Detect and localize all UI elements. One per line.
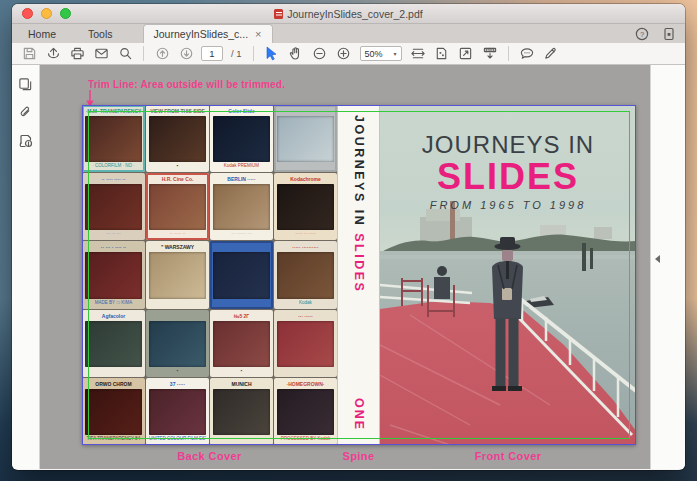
tab-bar: Home Tools JourneyInSlides_c... × ? — [12, 24, 685, 43]
mobile-device-icon[interactable] — [663, 27, 675, 41]
zoom-in-button[interactable] — [333, 45, 355, 63]
zoom-level-select[interactable]: 50% ▾ — [360, 46, 402, 61]
actual-size-button[interactable] — [455, 45, 477, 63]
slide-top-label: ORWO CHROM — [85, 380, 142, 389]
slide-top-label: VIEW FROM THIS SIDE — [149, 107, 206, 116]
fit-width-button[interactable] — [407, 45, 429, 63]
slide-bottom-label — [149, 299, 206, 307]
right-panel-collapsed[interactable] — [650, 65, 685, 469]
slide-bottom-label — [277, 367, 334, 375]
slide-photo — [213, 389, 270, 435]
slide-top-label: " WARSZAWY — [149, 243, 206, 252]
tab-document-label: JourneyInSlides_c... — [154, 28, 249, 40]
zoom-out-button[interactable] — [309, 45, 331, 63]
slide-photo — [85, 184, 142, 230]
spine-volume: ONE — [352, 398, 366, 431]
spine: JOURNEYS IN SLIDES ONE — [337, 105, 380, 445]
photo-slide-7: BERLIN ········ ······ ··· — [210, 173, 273, 240]
slide-bottom-label: ··· ······ ··· — [213, 230, 270, 238]
close-window-button[interactable] — [22, 8, 33, 19]
window-title-text: JourneyInSlides_cover_2.pdf — [287, 8, 422, 20]
comment-button[interactable] — [516, 45, 538, 63]
save-button[interactable] — [18, 45, 40, 63]
slide-photo — [277, 184, 334, 230]
slide-top-label: ·· ···· ···· ·· — [85, 175, 142, 184]
slide-bottom-label: UNITED COLOUR FILM EST. — [149, 435, 206, 443]
photo-slide-10: " WARSZAWY — [146, 241, 209, 308]
slide-top-label: ·· ··· · ···· ·· — [85, 243, 142, 252]
spine-title: JOURNEYS IN SLIDES — [352, 115, 366, 293]
document-canvas[interactable]: Trim Line: Area outside will be trimmed.… — [40, 65, 650, 469]
svg-text:?: ? — [640, 29, 644, 38]
photo-slide-8: Kodachrome····· ·· ····· — [274, 173, 337, 240]
slide-photo — [213, 252, 270, 298]
photo-slide-16: ··· ····· — [274, 310, 337, 377]
scrolling-mode-button[interactable] — [479, 45, 501, 63]
panel-toggle-icon[interactable] — [655, 255, 660, 263]
zoom-level-value: 50% — [365, 49, 383, 59]
desktop-wallpaper: JourneyInSlides_cover_2.pdf Home Tools J… — [0, 0, 697, 481]
slide-top-label: H.R. Cine Co. — [149, 175, 206, 184]
slide-bottom-label: Kodak — [277, 299, 334, 307]
tab-tools[interactable]: Tools — [72, 24, 129, 43]
photo-slide-4 — [274, 105, 337, 172]
slide-top-label: BERLIN ····· — [213, 175, 270, 184]
acrobat-window: JourneyInSlides_cover_2.pdf Home Tools J… — [12, 4, 685, 470]
select-tool-button[interactable] — [261, 45, 283, 63]
print-button[interactable] — [66, 45, 88, 63]
slide-bottom-label — [213, 299, 270, 307]
slide-bottom-label: ··· ·· ··· — [85, 230, 142, 238]
slide-top-label: Kodachrome — [277, 175, 334, 184]
label-front-cover: Front Cover — [380, 450, 636, 462]
photo-slide-12: ····· ··········Kodak — [274, 241, 337, 308]
share-button[interactable] — [42, 45, 64, 63]
label-spine: Spine — [337, 450, 380, 462]
photo-slide-18: 37 ·····UNITED COLOUR FILM EST. — [146, 378, 209, 445]
slide-bottom-label — [85, 367, 142, 375]
label-back-cover: Back Cover — [82, 450, 337, 462]
photo-slide-14: ▪ — [146, 310, 209, 377]
fit-page-button[interactable] — [431, 45, 453, 63]
previous-page-button[interactable] — [151, 45, 173, 63]
search-icon[interactable] — [114, 45, 136, 63]
photo-slide-15: №5 2Г▪ — [210, 310, 273, 377]
page-total-label: / 1 — [231, 48, 242, 59]
attachments-icon[interactable] — [18, 105, 33, 120]
photo-slide-11 — [210, 241, 273, 308]
tab-document[interactable]: JourneyInSlides_c... × — [143, 24, 273, 43]
pdf-page: ·M.M· TRANSPARENCY· COLORFILM · NO ·VIEW… — [82, 105, 636, 445]
slide-bottom-label: ▪ — [213, 367, 270, 375]
pdf-file-icon — [274, 9, 283, 19]
slide-photo — [277, 389, 334, 435]
pencil-sign-button[interactable] — [540, 45, 562, 63]
slide-bottom-label: ▪ — [149, 162, 206, 170]
slide-photo — [149, 321, 206, 367]
slide-bottom-label: Kodak PREMIUM — [213, 162, 270, 170]
help-icon[interactable]: ? — [635, 27, 649, 41]
page-number-input[interactable] — [201, 46, 223, 61]
slide-bottom-label: MADE BY ⬭ KIMA — [85, 299, 142, 307]
tab-home[interactable]: Home — [12, 24, 72, 43]
slide-bottom-label: · COLORFILM · NO · — [85, 162, 142, 170]
photo-slide-6: H.R. Cine Co.·· ····· ·· — [146, 173, 209, 240]
front-cover: JOURNEYS IN SLIDES FROM 1965 TO 1998 — [380, 105, 636, 445]
email-button[interactable] — [90, 45, 112, 63]
slide-bottom-label: ▪ — [149, 367, 206, 375]
minimize-window-button[interactable] — [41, 8, 52, 19]
slide-photo — [277, 321, 334, 367]
slide-photo — [149, 116, 206, 162]
tab-close-icon[interactable]: × — [255, 29, 261, 40]
zoom-window-button[interactable] — [60, 8, 71, 19]
photo-slide-19: MUNICH — [210, 378, 273, 445]
slide-photo — [277, 116, 334, 162]
photo-slide-9: ·· ··· · ···· ··MADE BY ⬭ KIMA — [82, 241, 145, 308]
hand-tool-button[interactable] — [285, 45, 307, 63]
chevron-down-icon: ▾ — [394, 50, 397, 57]
slide-top-label: 37 ····· — [149, 380, 206, 389]
photo-slide-2: VIEW FROM THIS SIDE▪ — [146, 105, 209, 172]
next-page-button[interactable] — [175, 45, 197, 63]
slide-bottom-label: PROCESSED BY Kodak — [277, 435, 334, 443]
slide-top-label — [149, 312, 206, 321]
document-info-icon[interactable] — [18, 133, 34, 149]
page-thumbnails-icon[interactable] — [18, 77, 33, 92]
